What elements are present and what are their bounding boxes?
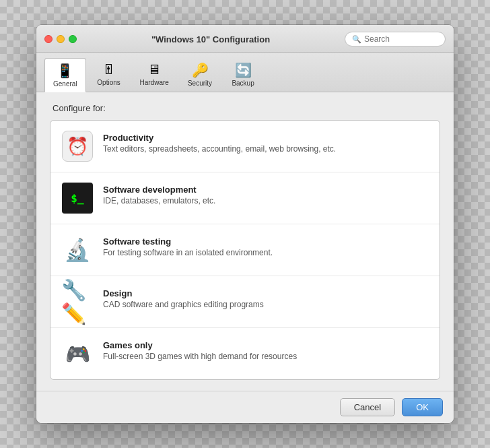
software-test-desc: For testing software in an isolated envi… <box>103 248 429 257</box>
productivity-desc: Text editors, spreadsheets, accounting, … <box>103 144 429 154</box>
tab-hardware-label: Hardware <box>140 79 169 86</box>
content-area: Configure for: ⏰ Productivity Text edito… <box>36 92 454 391</box>
productivity-title: Productivity <box>103 133 429 143</box>
games-title: Games only <box>103 340 429 350</box>
search-box[interactable]: 🔍 <box>345 32 446 46</box>
footer: Cancel OK <box>36 391 454 423</box>
software-dev-text: Software development IDE, databases, emu… <box>103 182 429 205</box>
games-icon: 🎮 <box>61 338 94 370</box>
tab-hardware[interactable]: 🖥 Hardware <box>132 58 177 92</box>
maximize-button[interactable] <box>69 35 77 43</box>
productivity-text: Productivity Text editors, spreadsheets,… <box>103 130 429 154</box>
software-dev-icon: $_ <box>61 182 94 214</box>
tab-backup-label: Backup <box>232 79 254 87</box>
software-dev-title: Software development <box>103 185 429 195</box>
traffic-lights <box>44 35 77 43</box>
tab-security-label: Security <box>188 79 212 87</box>
backup-icon: 🔄 <box>235 62 252 78</box>
hardware-icon: 🖥 <box>147 62 161 77</box>
search-icon: 🔍 <box>352 35 361 44</box>
configure-list: ⏰ Productivity Text editors, spreadsheet… <box>50 120 440 380</box>
software-dev-desc: IDE, databases, emulators, etc. <box>103 196 429 205</box>
close-button[interactable] <box>44 35 53 43</box>
games-text: Games only Full-screen 3D games with hig… <box>103 338 429 361</box>
general-icon: 📱 <box>57 63 73 79</box>
software-test-icon: 🔬 <box>61 234 94 266</box>
cancel-button[interactable]: Cancel <box>340 398 395 416</box>
titlebar: "Windows 10" Configuration 🔍 <box>36 25 454 53</box>
list-item[interactable]: ⏰ Productivity Text editors, spreadsheet… <box>50 121 440 172</box>
window-title: "Windows 10" Configuration <box>77 34 345 44</box>
ok-button[interactable]: OK <box>402 398 443 416</box>
tab-general-label: General <box>53 80 77 88</box>
minimize-button[interactable] <box>57 35 65 43</box>
tab-general[interactable]: 📱 General <box>44 58 86 92</box>
list-item[interactable]: 🔧✏️ Design CAD software and graphics edi… <box>50 276 440 328</box>
main-window: "Windows 10" Configuration 🔍 📱 General 🎚… <box>36 25 454 423</box>
options-icon: 🎚 <box>102 62 116 77</box>
software-test-text: Software testing For testing software in… <box>103 234 429 257</box>
design-title: Design <box>103 288 429 298</box>
tab-options-label: Options <box>97 79 120 86</box>
search-input[interactable] <box>364 34 438 44</box>
tab-options[interactable]: 🎚 Options <box>89 58 129 92</box>
list-item[interactable]: 🔬 Software testing For testing software … <box>50 224 440 276</box>
security-icon: 🔑 <box>192 62 209 78</box>
tab-security[interactable]: 🔑 Security <box>180 58 220 92</box>
games-desc: Full-screen 3D games with high demand fo… <box>103 352 429 361</box>
productivity-icon: ⏰ <box>61 130 94 162</box>
toolbar: 📱 General 🎚 Options 🖥 Hardware 🔑 Securit… <box>36 53 454 92</box>
configure-label: Configure for: <box>50 103 440 113</box>
list-item[interactable]: 🎮 Games only Full-screen 3D games with h… <box>50 328 440 379</box>
design-text: Design CAD software and graphics editing… <box>103 286 429 309</box>
list-item[interactable]: $_ Software development IDE, databases, … <box>50 172 440 224</box>
design-icon: 🔧✏️ <box>61 286 94 318</box>
software-test-title: Software testing <box>103 236 429 247</box>
design-desc: CAD software and graphics editing progra… <box>103 300 429 309</box>
tab-backup[interactable]: 🔄 Backup <box>223 58 263 92</box>
